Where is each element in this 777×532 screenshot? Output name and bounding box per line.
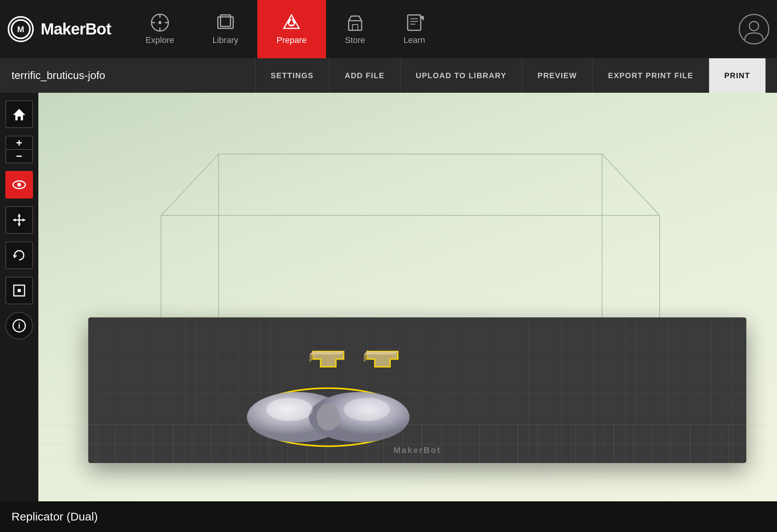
floor-grid bbox=[38, 425, 767, 471]
printer-name: Replicator (Dual) bbox=[12, 510, 98, 523]
svg-marker-30 bbox=[13, 255, 17, 258]
svg-marker-28 bbox=[13, 218, 16, 222]
nav-library-label: Library bbox=[212, 35, 238, 45]
svg-line-40 bbox=[161, 154, 219, 215]
nav-item-learn[interactable]: Learn bbox=[384, 0, 444, 58]
svg-point-51 bbox=[344, 398, 390, 421]
svg-rect-52 bbox=[38, 425, 767, 471]
svg-marker-29 bbox=[23, 218, 25, 222]
svg-point-23 bbox=[17, 183, 21, 187]
viewport[interactable]: MakerBot bbox=[38, 93, 777, 501]
svg-text:i: i bbox=[18, 322, 20, 330]
add-file-button[interactable]: ADD FILE bbox=[329, 58, 400, 93]
home-button[interactable] bbox=[5, 100, 33, 128]
scale-button[interactable] bbox=[5, 277, 33, 304]
rotate-button[interactable] bbox=[5, 241, 33, 269]
zoom-in-button[interactable]: + bbox=[5, 136, 33, 149]
svg-marker-26 bbox=[18, 214, 21, 217]
print-button[interactable]: PRINT bbox=[709, 58, 766, 93]
export-print-file-button[interactable]: EXPORT PRINT FILE bbox=[592, 58, 708, 93]
svg-rect-32 bbox=[18, 289, 21, 292]
nav-item-prepare[interactable]: Prepare bbox=[257, 0, 326, 58]
nav-item-explore[interactable]: Explore bbox=[126, 0, 193, 58]
zoom-group: + − bbox=[5, 136, 33, 163]
home-group bbox=[5, 100, 33, 128]
zoom-out-button[interactable]: − bbox=[5, 149, 33, 163]
view-button[interactable] bbox=[5, 171, 33, 199]
svg-rect-15 bbox=[408, 15, 421, 30]
library-icon bbox=[216, 13, 235, 32]
nav-explore-label: Explore bbox=[145, 35, 174, 45]
store-icon bbox=[346, 13, 365, 32]
logo-area: M MakerBot bbox=[8, 16, 111, 42]
top-nav: M MakerBot Explore Library bbox=[0, 0, 777, 58]
nav-item-store[interactable]: Store bbox=[326, 0, 385, 58]
profile-avatar[interactable] bbox=[739, 14, 769, 44]
makerbot-logo-icon: M bbox=[8, 16, 34, 42]
nav-items: Explore Library Prepare bbox=[126, 0, 739, 58]
svg-rect-14 bbox=[352, 25, 358, 30]
upload-to-library-button[interactable]: UPLOAD TO LIBRARY bbox=[400, 58, 522, 93]
info-button[interactable]: i bbox=[5, 312, 33, 340]
svg-text:M: M bbox=[17, 25, 24, 34]
svg-point-20 bbox=[749, 21, 759, 31]
prepare-icon bbox=[282, 13, 301, 32]
svg-rect-13 bbox=[349, 21, 362, 30]
svg-marker-27 bbox=[18, 223, 21, 226]
main-area: + − bbox=[0, 93, 777, 501]
settings-button[interactable]: SETTINGS bbox=[255, 58, 329, 93]
learn-icon bbox=[405, 13, 424, 32]
nav-store-label: Store bbox=[345, 35, 365, 45]
explore-icon bbox=[150, 13, 170, 32]
left-sidebar: + − bbox=[0, 93, 38, 501]
nav-learn-label: Learn bbox=[403, 35, 425, 45]
app-name: MakerBot bbox=[41, 20, 111, 38]
svg-marker-21 bbox=[13, 109, 25, 120]
svg-marker-19 bbox=[419, 16, 424, 21]
preview-button[interactable]: PREVIEW bbox=[522, 58, 593, 93]
svg-line-41 bbox=[602, 154, 660, 215]
svg-point-50 bbox=[266, 398, 313, 421]
toolbar: terrific_bruticus-jofo SETTINGS ADD FILE… bbox=[0, 58, 777, 93]
nav-prepare-label: Prepare bbox=[277, 35, 306, 45]
nav-item-library[interactable]: Library bbox=[193, 0, 257, 58]
move-button[interactable] bbox=[5, 206, 33, 234]
bottom-bar: Replicator (Dual) bbox=[0, 501, 777, 532]
svg-point-3 bbox=[158, 21, 161, 24]
project-name: terrific_bruticus-jofo bbox=[12, 69, 120, 82]
